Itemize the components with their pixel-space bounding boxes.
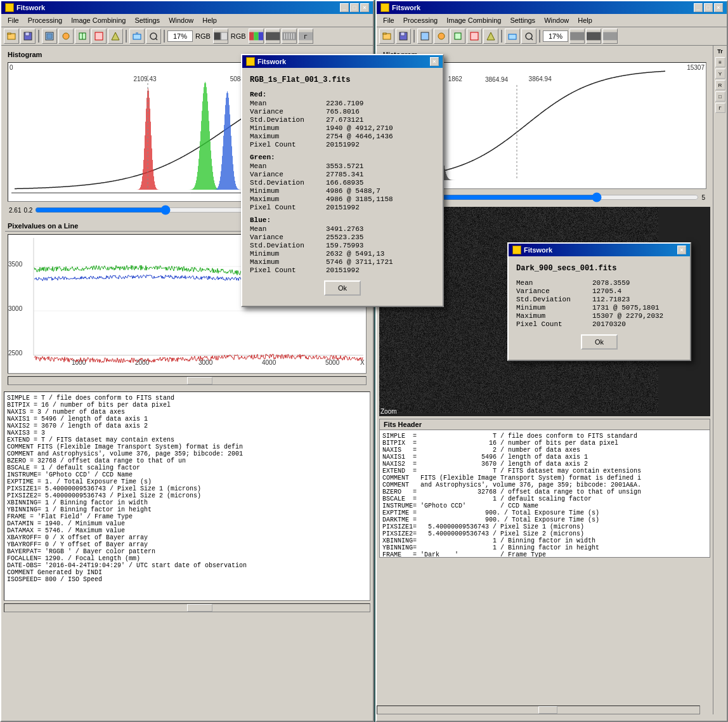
menu-file-left[interactable]: File xyxy=(4,15,23,25)
fits-line: BITPIX = 16 / number of bits per data pi… xyxy=(7,402,367,409)
d1-green-var-val: 27785.341 xyxy=(326,171,440,178)
right-tb-btn2[interactable] xyxy=(434,29,449,44)
fits-line: NAXIS2 = 3670 / length of data axis 2 xyxy=(7,423,367,430)
d2-px-key: Pixel Count xyxy=(516,320,592,328)
scrollbar-bottom-left[interactable] xyxy=(4,603,370,612)
right-minimize-btn[interactable]: _ xyxy=(694,3,703,12)
d1-red-max-key: Maximum xyxy=(250,133,326,140)
d1-green-min-val: 4986 @ 5488,7 xyxy=(326,187,440,195)
scrollbar-thumb-bottom[interactable] xyxy=(187,604,212,612)
svg-line-14 xyxy=(155,38,157,40)
svg-rect-3 xyxy=(25,32,29,36)
dialog2-close[interactable]: × xyxy=(677,246,686,254)
d1-red-mean-key: Mean xyxy=(250,100,326,107)
d1-red-std-key: Std.Deviation xyxy=(250,116,326,124)
maximize-btn[interactable]: □ xyxy=(350,3,359,12)
menu-processing-left[interactable]: Processing xyxy=(24,15,66,25)
open-btn[interactable] xyxy=(4,29,19,44)
side-btn-2[interactable]: Y xyxy=(715,69,725,79)
right-tb-btn1[interactable] xyxy=(417,29,432,44)
dialog2-ok-btn[interactable]: Ok xyxy=(581,334,618,350)
svg-rect-21 xyxy=(266,32,280,41)
fits-header-right-panel: Fits Header SIMPLE = T / file does confo… xyxy=(379,419,710,558)
hist-val1-left: 2109.43 xyxy=(133,75,156,82)
d1-red-var-key: Variance xyxy=(250,108,326,115)
fits-line: EXPTIME = 1. / Total Exposure Time (s) xyxy=(7,478,367,485)
right-side-panel: Tr ≡ Y R □ Γ xyxy=(713,46,727,714)
right-save-btn[interactable] xyxy=(396,29,411,44)
d1-red-min-val: 1940 @ 4912,2710 xyxy=(326,124,440,132)
scrollbar-thumb[interactable] xyxy=(187,377,212,384)
side-btn-gamma[interactable]: Γ xyxy=(715,103,725,113)
side-btn-3[interactable]: R xyxy=(715,80,725,90)
dialog1-title: Fitswork xyxy=(257,58,286,65)
svg-rect-5 xyxy=(47,34,52,39)
sep1 xyxy=(38,30,39,43)
d2-max-key: Maximum xyxy=(516,312,592,320)
fits-line-right: SIMPLE = T / file does conform to FITS s… xyxy=(382,433,707,440)
right-tb-btn5[interactable] xyxy=(483,29,498,44)
tb-btn1[interactable] xyxy=(42,29,57,44)
tb-btn12[interactable]: Γ xyxy=(298,29,313,44)
right-tb-btn9[interactable] xyxy=(586,29,601,44)
menu-window-left[interactable]: Window xyxy=(165,15,197,25)
right-tb-btn7[interactable] xyxy=(521,29,536,44)
menu-combining-right[interactable]: Image Combining xyxy=(443,15,505,25)
right-tb-btn8[interactable] xyxy=(569,29,585,44)
d1-green-std-key: Std.Deviation xyxy=(250,179,326,187)
tb-btn10[interactable] xyxy=(265,29,280,44)
fits-line-right: BITPIX = 16 / number of bits per data pi… xyxy=(382,440,707,447)
right-tb-btn3[interactable] xyxy=(450,29,465,44)
zoom-level-left[interactable]: 17% xyxy=(167,30,193,42)
tb-btn2[interactable] xyxy=(58,29,74,44)
left-menubar: File Processing Image Combining Settings… xyxy=(1,14,373,27)
d1-blue-min-key: Minimum xyxy=(250,250,326,258)
fits-line-right: NAXIS = 2 / number of data axes xyxy=(382,447,707,454)
save-btn[interactable] xyxy=(20,29,36,44)
menu-combining-left[interactable]: Image Combining xyxy=(67,15,129,25)
menu-settings-right[interactable]: Settings xyxy=(506,15,539,25)
svg-line-41 xyxy=(531,38,533,40)
right-tb-btn4[interactable] xyxy=(467,29,482,44)
right-close-btn[interactable]: × xyxy=(714,3,723,12)
tb-btn8[interactable] xyxy=(213,29,228,44)
tb-btn7[interactable] xyxy=(146,29,161,44)
menu-processing-right[interactable]: Processing xyxy=(400,15,441,25)
right-open-btn[interactable] xyxy=(379,29,394,44)
scrollbar-pixel-line[interactable] xyxy=(8,376,367,385)
right-hscroll[interactable] xyxy=(377,706,700,714)
right-menubar: File Processing Image Combining Settings… xyxy=(377,14,727,27)
close-btn[interactable]: × xyxy=(360,3,369,12)
dialog1-close[interactable]: × xyxy=(430,57,439,66)
tb-btn4[interactable] xyxy=(91,29,107,44)
menu-file-right[interactable]: File xyxy=(379,15,398,25)
minimize-btn[interactable]: _ xyxy=(340,3,349,12)
slider-right[interactable] xyxy=(410,193,699,202)
menu-help-left[interactable]: Help xyxy=(198,15,221,25)
right-tb-btn10[interactable] xyxy=(602,29,618,44)
right-title-text: Fitswork xyxy=(392,4,420,11)
side-btn-4[interactable]: □ xyxy=(715,91,725,102)
svg-rect-19 xyxy=(254,32,258,41)
menu-help-right[interactable]: Help xyxy=(574,15,596,25)
side-btn-1[interactable]: ≡ xyxy=(715,57,725,67)
dialog1-ok-btn[interactable]: Ok xyxy=(324,280,361,296)
tb-btn5[interactable] xyxy=(108,29,123,44)
right-maximize-btn[interactable]: □ xyxy=(704,3,713,12)
menu-window-right[interactable]: Window xyxy=(540,15,573,25)
fits-line: NAXIS1 = 5496 / length of data axis 1 xyxy=(7,416,367,423)
fits-line-right: BSCALE = 1 / default scaling factor xyxy=(382,496,707,502)
zoom-level-right[interactable]: 17% xyxy=(543,30,568,42)
d1-green-max-val: 4986 @ 3185,1158 xyxy=(326,195,440,203)
svg-rect-42 xyxy=(570,32,584,41)
menu-settings-left[interactable]: Settings xyxy=(131,15,164,25)
tb-btn6[interactable] xyxy=(129,29,145,44)
svg-marker-10 xyxy=(112,32,119,40)
right-tb-btn6[interactable] xyxy=(505,29,520,44)
fits-line: XBAYROFF= 0 / X offset of Bayer array xyxy=(7,534,367,541)
d2-mean-val: 2078.3559 xyxy=(592,279,706,287)
tb-btn11[interactable] xyxy=(282,29,297,44)
tb-btn3[interactable] xyxy=(75,29,90,44)
tb-btn9[interactable] xyxy=(249,29,264,44)
right-hscroll-thumb[interactable] xyxy=(538,706,557,714)
